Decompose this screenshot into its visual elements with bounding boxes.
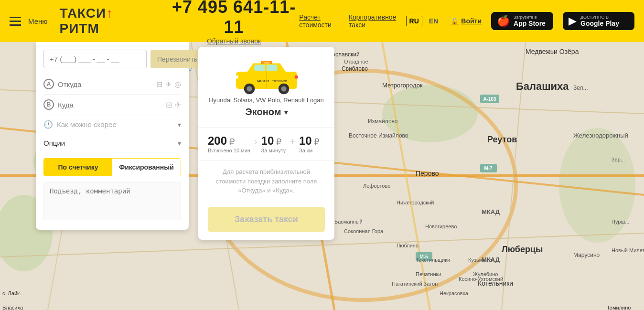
svg-text:ТАКСИ РИТМ: ТАКСИ РИТМ xyxy=(272,80,287,83)
base-price-block: 200 ₽ Включено 10 мин xyxy=(208,134,250,153)
google-play-small: ДОСТУПНО В xyxy=(580,15,619,20)
svg-text:Текстильщики: Текстильщики xyxy=(416,257,450,263)
phone-number[interactable]: +7 495 641-11-11 xyxy=(169,0,300,37)
plane-icon[interactable]: ✈ xyxy=(165,80,172,89)
svg-text:Власиха: Власиха xyxy=(2,305,23,310)
per-min-value: 10 xyxy=(261,134,274,147)
booking-panel: Перезвонить A ⊟ ✈ ◎ B ⊟ ✈ 🕐 Как можно ск… xyxy=(36,42,189,230)
options-chevron-icon: ▾ xyxy=(178,139,181,147)
phone-input[interactable] xyxy=(43,50,147,68)
svg-text:А-103: А-103 xyxy=(483,96,496,102)
google-play-button[interactable]: ▶ ДОСТУПНО В Google Play xyxy=(563,12,634,30)
svg-rect-78 xyxy=(295,75,298,78)
svg-text:Люберцы: Люберцы xyxy=(502,245,543,254)
svg-text:Жулебино: Жулебино xyxy=(473,271,498,277)
per-min-price: 10 ₽ xyxy=(261,134,286,148)
login-button[interactable]: 🔒 Войти xyxy=(451,17,482,25)
hamburger-menu[interactable] xyxy=(10,17,21,26)
pricing-row: 200 ₽ Включено 10 мин › 10 ₽ За минуту + xyxy=(208,134,325,153)
per-km-value: 10 xyxy=(299,134,312,147)
per-km-rub: ₽ xyxy=(314,137,319,147)
logo: ТАКСИ↑РИТМ xyxy=(60,6,140,36)
base-price: 200 ₽ xyxy=(208,134,250,148)
base-price-rub: ₽ xyxy=(229,137,235,147)
logo-text: ТАКСИ↑РИТМ xyxy=(60,6,140,36)
per-min-price-block: 10 ₽ За минуту xyxy=(261,134,286,153)
svg-point-71 xyxy=(281,86,286,91)
comment-input[interactable] xyxy=(43,182,181,220)
svg-text:Пурш...: Пурш... xyxy=(612,219,629,224)
svg-text:Новогиреево: Новогиреево xyxy=(425,224,457,229)
from-icons: ⊟ ✈ ◎ xyxy=(156,80,181,89)
svg-text:Метрогородок: Метрогородок xyxy=(382,82,423,89)
svg-text:Балашиха: Балашиха xyxy=(516,80,569,92)
app-store-big: App Store xyxy=(514,20,546,27)
lang-ru[interactable]: RU xyxy=(406,16,422,26)
per-km-price-block: 10 ₽ За км xyxy=(299,134,319,153)
to-plane-icon[interactable]: ✈ xyxy=(175,100,181,109)
svg-text:Зар...: Зар... xyxy=(612,157,625,162)
language-switcher: RU EN xyxy=(406,16,441,26)
location-icon[interactable]: ◎ xyxy=(174,80,181,89)
options-row[interactable]: Опции ▾ xyxy=(43,134,181,152)
svg-text:Томилино: Томилино xyxy=(607,305,631,310)
calc-cost-link[interactable]: Расчет стоимости xyxy=(299,13,339,29)
svg-rect-67 xyxy=(267,65,277,71)
time-label: Как можно скорее xyxy=(57,120,174,128)
car-class-row[interactable]: Эконом ▾ xyxy=(208,107,325,118)
header: Меню ТАКСИ↑РИТМ +7 495 641-11-11 Обратны… xyxy=(0,0,644,42)
from-badge: A xyxy=(43,79,54,89)
car-image-svg: ТАКСИ 641-11-11 ТАКСИ РИТМ xyxy=(228,56,305,95)
svg-point-69 xyxy=(247,86,252,91)
tab-fixed[interactable]: Фиксированный xyxy=(112,159,181,176)
svg-text:М-7: М-7 xyxy=(484,166,493,171)
callback-link[interactable]: Обратный звонок xyxy=(169,37,300,45)
phone-block: +7 495 641-11-11 Обратный звонок xyxy=(169,0,300,45)
android-icon: ▶ xyxy=(569,15,577,27)
svg-text:Нижегородский: Нижегородский xyxy=(397,200,434,205)
svg-text:МКАД: МКАД xyxy=(482,208,500,215)
svg-text:Новый Милет: Новый Милет xyxy=(612,247,644,253)
phone-row: Перезвонить xyxy=(43,50,181,68)
svg-rect-77 xyxy=(235,75,238,78)
svg-text:Некрасовка: Некрасовка xyxy=(440,290,469,296)
per-km-price: 10 ₽ xyxy=(299,134,319,148)
app-store-text: Загрузите в App Store xyxy=(514,15,546,27)
car-class-label: Эконом xyxy=(245,107,281,118)
options-label: Опции xyxy=(43,139,65,147)
to-paste-icon[interactable]: ⊟ xyxy=(166,100,172,109)
svg-text:Соколиная Гора: Соколиная Гора xyxy=(344,228,384,234)
to-badge: B xyxy=(43,99,54,110)
base-price-sub: Включено 10 мин xyxy=(208,148,250,153)
header-links: Расчет стоимости Корпоративное такси xyxy=(299,13,396,29)
svg-text:Зел...: Зел... xyxy=(573,85,588,91)
app-store-button[interactable]: 🍎 Загрузите в App Store xyxy=(491,12,553,30)
menu-label[interactable]: Меню xyxy=(28,17,48,25)
car-image-area: ТАКСИ 641-11-11 ТАКСИ РИТМ Hyundai Solar… xyxy=(198,47,334,128)
per-min-sub: За минуту xyxy=(261,148,286,153)
tab-meter[interactable]: По счетчику xyxy=(44,159,112,176)
google-play-text: ДОСТУПНО В Google Play xyxy=(580,15,619,27)
corporate-link[interactable]: Корпоративное такси xyxy=(349,13,397,29)
login-label: Войти xyxy=(461,17,482,25)
svg-text:Нагатинский Затон: Нагатинский Затон xyxy=(392,281,438,287)
time-row[interactable]: 🕐 Как можно скорее ▾ xyxy=(43,115,181,134)
header-right: Расчет стоимости Корпоративное такси RU … xyxy=(299,12,634,30)
from-input[interactable] xyxy=(58,80,152,88)
paste-icon[interactable]: ⊟ xyxy=(156,80,162,89)
order-button[interactable]: Заказать такси xyxy=(208,207,325,232)
svg-text:Печатники: Печатники xyxy=(416,271,441,277)
svg-rect-66 xyxy=(254,65,265,71)
to-input[interactable] xyxy=(58,101,162,109)
apple-icon: 🍎 xyxy=(497,15,510,27)
main-content: А-103 М-7 М-5 Балашиха Реутов Перово Люб… xyxy=(0,42,644,310)
svg-text:с. Лайк...: с. Лайк... xyxy=(2,290,24,296)
lang-en[interactable]: EN xyxy=(426,16,441,26)
to-icons: ⊟ ✈ xyxy=(166,100,181,109)
header-left: Меню ТАКСИ↑РИТМ xyxy=(10,6,140,36)
per-min-rub: ₽ xyxy=(276,137,281,147)
callback-button[interactable]: Перезвонить xyxy=(150,50,204,68)
svg-text:Лефортово: Лефортово xyxy=(363,183,390,189)
svg-text:Свиблово: Свиблово xyxy=(342,65,368,72)
svg-text:ТАКСИ: ТАКСИ xyxy=(263,62,269,64)
